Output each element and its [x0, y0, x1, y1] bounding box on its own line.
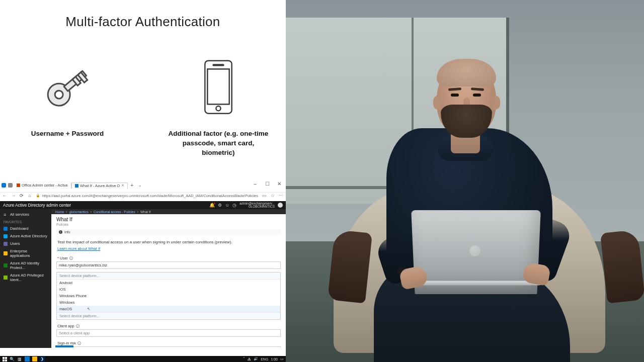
close-button[interactable]: ✕ — [276, 181, 283, 186]
dropdown-option-macos[interactable]: macOS↖ — [57, 306, 280, 312]
sidebar-label: Dashboard — [10, 226, 29, 231]
breadcrumb-tenant[interactable]: globomantics — [69, 210, 89, 214]
more-icon[interactable]: ⋯ — [279, 193, 283, 198]
new-tab-button[interactable]: + — [128, 183, 136, 188]
reading-view-icon[interactable]: ▭ — [262, 193, 267, 198]
refresh-button[interactable]: ⟳ — [20, 193, 24, 198]
learn-more-link[interactable]: Learn more about What If — [57, 246, 100, 251]
svg-rect-12 — [5, 359, 7, 361]
start-button[interactable] — [2, 356, 7, 361]
user-field-label: * User i — [57, 256, 280, 260]
minimize-button[interactable]: – — [252, 181, 259, 186]
users-icon — [4, 242, 8, 246]
svg-rect-7 — [212, 64, 224, 66]
back-button[interactable]: ← — [3, 193, 7, 198]
notifications-icon[interactable]: 🔔 — [209, 203, 215, 208]
tray-volume-icon[interactable]: 🔊 — [254, 357, 258, 361]
edge-taskbar-icon[interactable] — [25, 356, 30, 361]
aad-icon — [4, 234, 8, 238]
sidebar-enterprise-apps[interactable]: Enterprise applications — [0, 247, 51, 259]
sidebar-label: All services — [10, 212, 29, 217]
key-icon — [35, 55, 100, 120]
blade-what-if: What If Policies i Info Test the impact … — [51, 214, 286, 348]
info-icon[interactable]: i — [76, 324, 79, 328]
info-icon[interactable]: i — [77, 341, 81, 345]
tab-strip: Office Admin center - Active What If - A… — [14, 182, 144, 189]
mfa-slide: Multi-factor Authentication Username + — [0, 0, 286, 181]
sidebar-all-services[interactable]: ≡ All services — [0, 211, 51, 218]
tab-preview-icon[interactable] — [8, 183, 13, 188]
cursor-icon: ↖ — [87, 307, 91, 311]
primary-button[interactable] — [55, 345, 73, 347]
client-app-input[interactable]: Select a client app — [56, 329, 281, 337]
sidebar-users[interactable]: Users — [0, 240, 51, 247]
dropdown-footer[interactable]: Select device platform... — [57, 312, 280, 319]
dropdown-search[interactable]: Select device platform... — [57, 273, 280, 280]
shield-icon — [4, 263, 8, 267]
browser-window: – ☐ ✕ Office Admin center - Active What … — [0, 181, 286, 362]
tab-what-if[interactable]: What If - Azure Active D ✕ — [71, 183, 128, 189]
tray-network-icon[interactable]: 🖧 — [248, 357, 251, 361]
tab-label: What If - Azure Active D — [80, 184, 120, 188]
breadcrumb-home[interactable]: Home — [55, 210, 64, 214]
search-icon[interactable]: 🔍 — [10, 356, 15, 361]
info-bar[interactable]: i Info — [56, 229, 281, 235]
task-view-icon[interactable]: ▥ — [17, 356, 22, 361]
sidebar-label: Azure Active Directory — [10, 234, 47, 238]
settings-icon[interactable]: ⚙ — [218, 203, 222, 208]
tray-chevron-icon[interactable]: ˄ — [243, 357, 245, 361]
tab-label: Office Admin center - Active — [22, 183, 68, 188]
slide-title: Multi-factor Authentication — [0, 14, 286, 30]
sidebar-identity-protection[interactable]: Azure AD Identity Protect... — [0, 259, 51, 272]
dropdown-option-windows[interactable]: Windows — [57, 299, 280, 306]
help-icon[interactable]: ☺ — [225, 203, 229, 208]
tab-office-admin[interactable]: Office Admin center - Active — [14, 183, 71, 189]
phone-icon — [186, 55, 251, 120]
maximize-button[interactable]: ☐ — [264, 181, 271, 186]
tray-lang[interactable]: ENG — [261, 357, 268, 361]
svg-rect-11 — [3, 359, 5, 361]
sidebar-favorites-header: FAVORITES — [0, 218, 51, 225]
powershell-taskbar-icon[interactable]: ❯ — [40, 356, 45, 361]
signin-risk-input[interactable]: Select sign-in risk... — [56, 346, 281, 348]
home-button[interactable]: ⌂ — [28, 193, 32, 198]
device-platform-dropdown: Select device platform... Android iOS Wi… — [56, 272, 281, 320]
sidebar-dashboard[interactable]: Dashboard — [0, 225, 51, 232]
tab-menu-icon[interactable]: ⌄ — [136, 183, 144, 188]
sidebar-pim[interactable]: Azure AD Privileged Ident... — [0, 272, 51, 284]
avatar[interactable] — [278, 203, 283, 208]
explorer-taskbar-icon[interactable] — [32, 356, 37, 361]
user-input[interactable]: mike.ryan@globomantics.biz — [56, 261, 281, 269]
favorites-icon[interactable]: ☆ — [271, 193, 275, 198]
dropdown-option-android[interactable]: Android — [57, 280, 280, 286]
tray-time[interactable]: 1:00 — [271, 357, 278, 361]
info-icon[interactable]: i — [69, 256, 73, 260]
signin-risk-label: Sign-in risk i — [57, 341, 280, 345]
tray-notifications-icon[interactable]: ▭ — [280, 357, 284, 361]
dropdown-option-windows-phone[interactable]: Windows Phone — [57, 293, 280, 299]
sidebar-label: Users — [10, 241, 20, 246]
blade-subtitle: Policies — [56, 223, 281, 226]
dropdown-option-ios[interactable]: iOS — [57, 286, 280, 293]
svg-rect-10 — [5, 357, 7, 359]
forward-button[interactable]: → — [11, 193, 16, 198]
account-info[interactable]: admin@exchangeserv... GLOBOMANTICS — [239, 202, 275, 209]
dashboard-icon — [4, 227, 8, 231]
tab-close-icon[interactable]: ✕ — [121, 184, 124, 188]
feedback-icon[interactable]: ◷ — [232, 203, 236, 208]
breadcrumb-policies[interactable]: Conditional access - Policies — [94, 210, 135, 214]
mfa-label-additional: Additional factor (e.g. one-time passcod… — [166, 129, 271, 158]
left-panel: Multi-factor Authentication Username + — [0, 0, 286, 362]
mfa-factor-additional: Additional factor (e.g. one-time passcod… — [166, 55, 271, 158]
sidebar-aad[interactable]: Azure Active Directory — [0, 232, 51, 240]
account-tenant: GLOBOMANTICS — [239, 205, 275, 209]
portal-title: Azure Active Directory admin center — [3, 203, 71, 208]
lock-icon: 🔒 — [36, 194, 40, 198]
portal-header: Azure Active Directory admin center 🔔 ⚙ … — [0, 201, 286, 209]
sidebar-label: Azure AD Identity Protect... — [10, 261, 48, 270]
blade-description: Test the impact of conditional access on… — [57, 240, 280, 244]
url-input[interactable]: 🔒 https://aad.portal.azure.com/#@exchang… — [36, 194, 258, 198]
edge-icon[interactable] — [2, 183, 6, 188]
address-bar: ← → ⟳ ⌂ 🔒 https://aad.portal.azure.com/#… — [0, 192, 286, 199]
breadcrumb-current: What If — [140, 210, 151, 214]
